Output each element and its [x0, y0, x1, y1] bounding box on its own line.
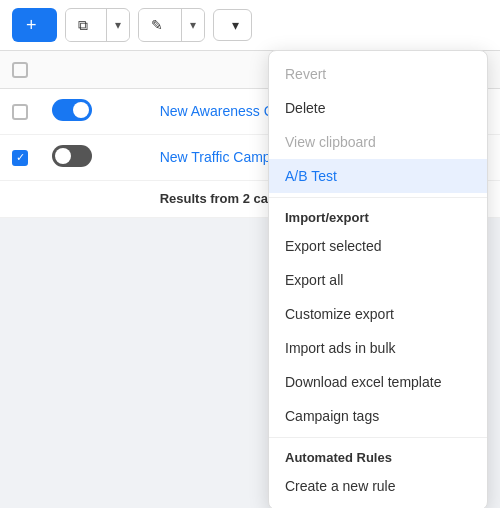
more-dropdown-menu: RevertDeleteView clipboardA/B TestImport… [268, 50, 488, 508]
more-button[interactable]: ▾ [213, 9, 252, 41]
row-checkbox[interactable] [12, 104, 28, 120]
toggle-knob [55, 148, 71, 164]
menu-item-export-all[interactable]: Export all [269, 263, 487, 297]
menu-item-customize-export[interactable]: Customize export [269, 297, 487, 331]
menu-item-ab-test[interactable]: A/B Test [269, 159, 487, 193]
plus-icon: + [26, 16, 37, 34]
edit-button-group: ✎ ▾ [138, 8, 205, 42]
menu-item-campaign-tags[interactable]: Campaign tags [269, 399, 487, 433]
duplicate-caret[interactable]: ▾ [107, 11, 129, 39]
create-button[interactable]: + [12, 8, 57, 42]
menu-item-import-ads-bulk[interactable]: Import ads in bulk [269, 331, 487, 365]
toolbar: + ⧉ ▾ ✎ ▾ ▾ [0, 0, 500, 51]
more-caret-icon: ▾ [232, 17, 239, 33]
menu-section-import-export: Import/export [269, 202, 487, 229]
edit-icon: ✎ [151, 17, 163, 33]
header-checkbox-cell [0, 51, 40, 88]
duplicate-button-group: ⧉ ▾ [65, 8, 130, 42]
toggle-knob [73, 102, 89, 118]
header-toggle [40, 51, 148, 88]
row-checkbox[interactable]: ✓ [12, 150, 28, 166]
duplicate-button[interactable]: ⧉ [66, 10, 106, 41]
menu-item-view-clipboard: View clipboard [269, 125, 487, 159]
campaign-toggle[interactable] [52, 145, 92, 167]
edit-caret[interactable]: ▾ [182, 11, 204, 39]
menu-item-export-selected[interactable]: Export selected [269, 229, 487, 263]
header-checkbox[interactable] [12, 62, 28, 78]
menu-divider [269, 197, 487, 198]
menu-item-download-excel[interactable]: Download excel template [269, 365, 487, 399]
menu-item-create-new-rule[interactable]: Create a new rule [269, 469, 487, 503]
menu-item-revert: Revert [269, 57, 487, 91]
menu-divider [269, 437, 487, 438]
edit-button[interactable]: ✎ [139, 10, 181, 40]
duplicate-icon: ⧉ [78, 17, 88, 34]
menu-item-delete[interactable]: Delete [269, 91, 487, 125]
campaign-toggle[interactable] [52, 99, 92, 121]
menu-section-automated-rules: Automated Rules [269, 442, 487, 469]
